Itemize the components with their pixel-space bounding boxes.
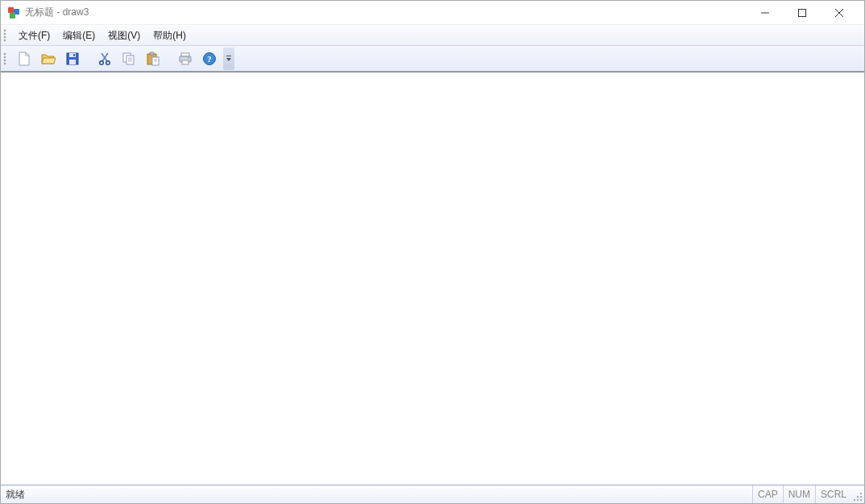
svg-point-14 — [106, 60, 110, 64]
menu-gripper[interactable] — [4, 28, 9, 43]
help-icon: ? — [202, 52, 217, 66]
help-button[interactable]: ? — [198, 48, 221, 70]
svg-point-32 — [860, 496, 862, 498]
svg-rect-27 — [182, 60, 188, 64]
close-button[interactable] — [821, 1, 858, 25]
menu-edit[interactable]: 编辑(E) — [56, 27, 101, 45]
svg-line-12 — [102, 53, 108, 61]
app-icon — [7, 6, 20, 19]
copy-icon — [122, 52, 136, 66]
svg-rect-2 — [10, 13, 15, 19]
toolbar-gripper[interactable] — [4, 52, 9, 66]
canvas-area[interactable] — [1, 72, 864, 485]
open-file-button[interactable] — [37, 48, 60, 70]
open-file-icon — [41, 52, 56, 66]
status-ready: 就绪 — [1, 488, 30, 502]
new-file-button[interactable] — [13, 48, 35, 70]
svg-point-34 — [860, 499, 862, 501]
svg-line-11 — [101, 53, 107, 61]
menu-bar: 文件(F) 编辑(E) 视图(V) 帮助(H) — [1, 25, 864, 46]
window-title: 无标题 - draw3 — [25, 6, 89, 19]
status-cap: CAP — [752, 485, 783, 503]
toolbar: ? — [1, 46, 864, 72]
svg-point-36 — [854, 499, 855, 501]
svg-rect-21 — [150, 52, 154, 55]
paste-button[interactable] — [142, 48, 164, 70]
svg-text:?: ? — [207, 54, 212, 64]
svg-point-33 — [857, 496, 859, 498]
menu-help[interactable]: 帮助(H) — [147, 27, 192, 45]
cut-button[interactable] — [93, 48, 116, 70]
status-num: NUM — [783, 485, 815, 503]
save-file-button[interactable] — [61, 48, 84, 70]
cut-icon — [97, 52, 112, 66]
svg-rect-10 — [73, 54, 75, 56]
paste-icon — [146, 52, 160, 66]
print-icon — [178, 52, 192, 66]
svg-point-35 — [857, 499, 859, 501]
svg-rect-9 — [69, 60, 76, 64]
print-button[interactable] — [174, 48, 197, 70]
svg-rect-4 — [799, 9, 806, 16]
menu-view[interactable]: 视图(V) — [101, 27, 147, 45]
new-file-icon — [17, 52, 31, 66]
svg-point-31 — [860, 493, 862, 494]
status-bar: 就绪 CAP NUM SCRL — [1, 485, 864, 503]
maximize-button[interactable] — [784, 1, 821, 25]
resize-grip[interactable] — [851, 485, 864, 503]
menu-file[interactable]: 文件(F) — [12, 27, 56, 45]
toolbar-overflow-button[interactable] — [223, 48, 234, 70]
svg-point-13 — [100, 60, 104, 64]
svg-rect-25 — [181, 53, 189, 56]
copy-button[interactable] — [118, 48, 140, 70]
title-bar: 无标题 - draw3 — [1, 1, 864, 25]
minimize-button[interactable] — [747, 1, 784, 25]
svg-rect-0 — [8, 7, 14, 13]
save-file-icon — [65, 52, 80, 66]
status-scrl: SCRL — [815, 485, 851, 503]
window-controls — [747, 1, 858, 25]
svg-point-28 — [188, 57, 189, 59]
